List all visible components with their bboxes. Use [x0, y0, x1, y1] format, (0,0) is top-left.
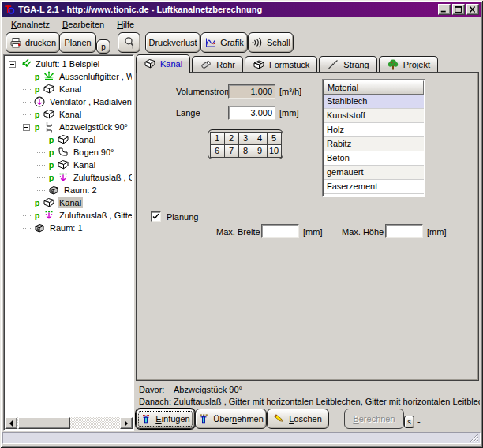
numpad-button[interactable]: 2	[224, 132, 239, 145]
close-button[interactable]	[466, 4, 479, 15]
numpad-button[interactable]: 6	[210, 144, 225, 158]
tab-label: Formstück	[269, 60, 309, 69]
tree-item[interactable]: Zuluft: 1 Beispiel	[6, 58, 132, 70]
einfuegen-button[interactable]: Einfügen	[136, 409, 195, 429]
danach-value: Zuluftauslaß , Gitter mit horizontalen L…	[174, 397, 480, 406]
numpad-button[interactable]: 7	[224, 144, 239, 158]
tree-item-icon	[43, 209, 55, 222]
tree-item[interactable]: p Zuluftauslaß , G	[6, 171, 132, 184]
title-bar[interactable]: TGA-L 2.1 - http://www.tionic.de - Luftk…	[2, 2, 481, 17]
tree-connector	[37, 152, 46, 153]
tree-item-label: Raum: 2	[62, 185, 99, 196]
numpad-button[interactable]: 3	[238, 132, 253, 145]
tree-item-icon	[57, 171, 69, 184]
material-row[interactable]: gemauert	[324, 166, 424, 180]
berechnen-button[interactable]: Berechnen	[344, 409, 404, 429]
tree-item[interactable]: p Aussenluftgitter , W	[6, 70, 132, 83]
scroll-right-button[interactable]	[120, 417, 133, 429]
numpad-button[interactable]: 9	[253, 144, 268, 158]
tree-horizontal-scrollbar[interactable]	[5, 417, 133, 429]
parallel-flag: p	[47, 173, 56, 182]
tab-formstück[interactable]: Formstück	[245, 56, 317, 72]
minimize-button[interactable]	[438, 4, 451, 15]
zoom-button[interactable]	[118, 32, 140, 53]
menu-bearbeiten[interactable]: Bearbeiten	[57, 18, 110, 31]
p-small-button[interactable]: p	[96, 39, 110, 54]
tree-item[interactable]: p Bogen 90°	[6, 146, 132, 159]
tree-item[interactable]: p Kanal	[6, 108, 132, 121]
tab-rohr[interactable]: Rohr	[192, 56, 243, 72]
laenge-input[interactable]	[228, 106, 275, 120]
material-row[interactable]: Faserzement	[324, 180, 424, 194]
material-row[interactable]: Beton	[324, 151, 424, 166]
tree-connector	[37, 140, 46, 140]
tree-item[interactable]: p Abzweigstück 90°	[6, 121, 132, 133]
menu-hilfe[interactable]: Hilfe	[111, 18, 140, 31]
scroll-left-button[interactable]	[5, 417, 17, 429]
tab-icon	[327, 58, 339, 71]
tree-item[interactable]: Raum: 1	[6, 222, 132, 234]
tab-icon	[387, 58, 399, 71]
tree-expander[interactable]	[23, 124, 30, 131]
numpad-button[interactable]: 10	[267, 144, 282, 158]
tree-item[interactable]: p Kanal	[6, 196, 132, 209]
maximize-button[interactable]	[452, 4, 465, 15]
p-small-label: p	[101, 43, 106, 51]
drucken-button[interactable]: drucken	[6, 32, 60, 53]
numpad-button[interactable]: 1	[210, 132, 225, 145]
tab-kanal[interactable]: Kanal	[136, 54, 190, 73]
tree-connector	[37, 177, 46, 178]
tree-item[interactable]: p Kanal	[6, 83, 132, 95]
planung-checkbox[interactable]	[151, 211, 161, 222]
max-breite-input[interactable]	[261, 224, 299, 238]
loeschen-label: Löschen	[289, 414, 322, 424]
menu-kanalnetz[interactable]: Kanalnetz	[6, 18, 55, 31]
planen-button[interactable]: Planen	[59, 32, 96, 53]
numpad-button[interactable]: 4	[253, 132, 268, 145]
app-logo-icon	[4, 4, 15, 15]
tree-item-icon	[57, 159, 69, 171]
material-header[interactable]: Material	[324, 80, 424, 95]
tree-item-label: Bogen 90°	[72, 147, 116, 158]
parallel-flag: p	[32, 211, 42, 220]
numpad-button[interactable]: 5	[267, 132, 282, 145]
tree-connector	[37, 190, 46, 191]
numpad-button[interactable]: 8	[238, 144, 253, 158]
tab-icon	[253, 58, 265, 71]
s-small-button[interactable]: s	[404, 416, 414, 428]
schall-label: Schall	[267, 38, 290, 47]
volumenstrom-input[interactable]	[228, 84, 275, 99]
tab-strip: Kanal Rohr Formstück Strang Projekt	[136, 54, 479, 72]
tree-item[interactable]: p Zuluftauslaß , Gitte	[6, 209, 132, 222]
tree-item[interactable]: Raum: 2	[6, 184, 132, 196]
tab-projekt[interactable]: Projekt	[379, 56, 438, 72]
close-icon	[467, 5, 478, 14]
tab-label: Kanal	[160, 59, 182, 69]
max-hoehe-input[interactable]	[385, 224, 423, 238]
parallel-flag: p	[47, 147, 56, 157]
uebernehmen-button[interactable]: Übernehmen	[195, 409, 267, 429]
sound-icon	[251, 36, 264, 49]
resize-grip[interactable]	[469, 432, 479, 442]
material-row[interactable]: Stahlblech	[324, 95, 424, 109]
s-small-label: s	[407, 418, 411, 426]
schall-button[interactable]: Schall	[248, 32, 294, 53]
tree-item-label: Raum: 1	[48, 222, 84, 233]
material-row[interactable]: Holz	[324, 123, 424, 137]
material-row[interactable]: Kunststoff	[324, 109, 424, 123]
druckverlust-button[interactable]: Druckverlust	[145, 32, 200, 53]
loeschen-button[interactable]: Löschen	[267, 409, 329, 429]
tab-strang[interactable]: Strang	[319, 56, 376, 72]
tree-item[interactable]: p Kanal	[6, 133, 132, 146]
grafik-button[interactable]: Grafik	[200, 32, 248, 53]
tree-item[interactable]: Ventilator , Radialventi	[6, 95, 132, 108]
material-row[interactable]: Rabitz	[324, 137, 424, 151]
minimize-icon	[439, 5, 450, 14]
max-breite-label: Max. Breite	[216, 227, 260, 237]
tree-connector	[23, 77, 32, 77]
tree-item[interactable]: p Kanal	[6, 159, 132, 171]
tree-expander[interactable]	[9, 61, 16, 68]
right-arrow-icon	[125, 420, 131, 427]
tab-icon	[144, 58, 156, 70]
scrollbar-thumb[interactable]	[18, 417, 70, 429]
